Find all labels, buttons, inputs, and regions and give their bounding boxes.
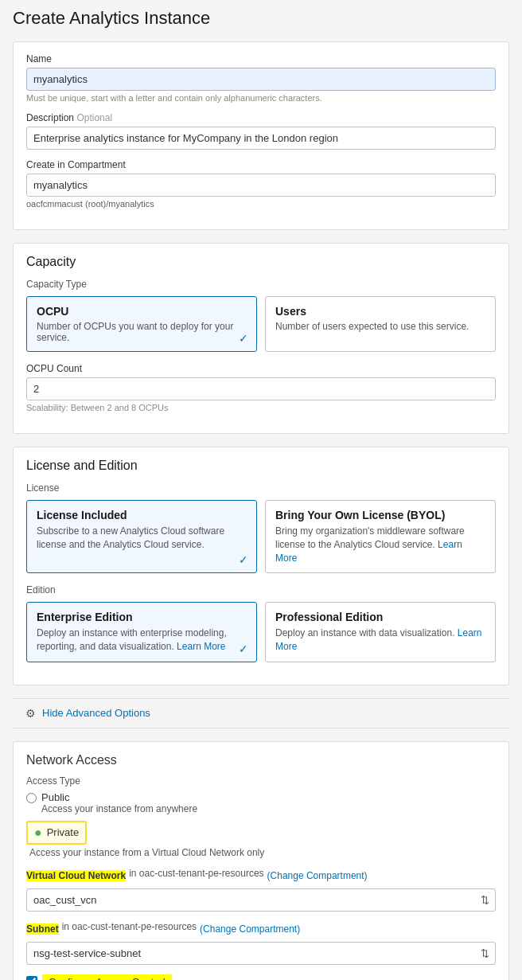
enterprise-checkmark: ✓ — [239, 642, 248, 655]
ocpu-count-group: OCPU Count Scalability: Between 2 and 8 … — [26, 363, 496, 412]
scalability-hint: Scalability: Between 2 and 8 OCPUs — [26, 403, 496, 412]
name-input[interactable] — [26, 68, 496, 91]
capacity-title: Capacity — [26, 255, 496, 269]
enterprise-learn-more[interactable]: Learn More — [177, 641, 225, 652]
license-included-option[interactable]: License Included Subscribe to a new Anal… — [26, 500, 257, 573]
ocpu-count-label: OCPU Count — [26, 363, 496, 374]
gear-icon: ⚙ — [25, 707, 36, 720]
license-included-title: License Included — [37, 509, 247, 521]
subnet-change-compartment[interactable]: (Change Compartment) — [200, 923, 300, 935]
ocpu-count-input[interactable] — [26, 377, 496, 400]
description-input[interactable] — [26, 127, 496, 150]
public-radio[interactable] — [26, 793, 37, 803]
advanced-options-bar[interactable]: ⚙ Hide Advanced Options — [13, 698, 509, 728]
vcn-label: Virtual Cloud Network — [26, 870, 126, 881]
compartment-field-group: Create in Compartment oacfcmmacust (root… — [26, 159, 496, 209]
byol-title: Bring Your Own License (BYOL) — [275, 509, 485, 521]
edition-grid: Enterprise Edition Deploy an instance wi… — [26, 602, 496, 662]
ocpu-checkmark: ✓ — [239, 332, 248, 345]
capacity-type-grid: OCPU Number of OCPUs you want to deploy … — [26, 296, 496, 352]
name-section: Name Must be unique, start with a letter… — [13, 41, 509, 230]
professional-edition-title: Professional Edition — [275, 611, 485, 623]
compartment-input[interactable] — [26, 174, 496, 197]
license-included-checkmark: ✓ — [239, 553, 248, 566]
capacity-type-label: Capacity Type — [26, 279, 496, 290]
description-label: Description Optional — [26, 112, 496, 123]
hide-advanced-link[interactable]: Hide Advanced Options — [42, 707, 150, 719]
vcn-label-row: Virtual Cloud Network in oac-cust-tenant… — [26, 868, 496, 884]
vcn-compartment-info: in oac-cust-tenant-pe-resources — [129, 868, 263, 879]
public-radio-content: Public Access your instance from anywher… — [41, 791, 197, 814]
enterprise-edition-title: Enterprise Edition — [37, 611, 247, 623]
subnet-label-row: Subnet in oac-cust-tenant-pe-resources (… — [26, 921, 496, 937]
private-label: Private — [47, 826, 79, 838]
vcn-select-wrapper: oac_cust_vcn — [26, 888, 496, 912]
license-title: License and Edition — [26, 459, 496, 473]
network-access-section: Network Access Access Type Public Access… — [13, 741, 509, 980]
public-radio-desc: Access your instance from anywhere — [41, 803, 197, 814]
configure-access-checkbox[interactable] — [26, 976, 37, 980]
page-title: Create Analytics Instance — [13, 8, 509, 29]
configure-access-row: Configure Access Control — [26, 974, 496, 980]
name-label: Name — [26, 53, 496, 64]
name-hint: Must be unique, start with a letter and … — [26, 93, 496, 103]
access-type-label: Access Type — [26, 775, 496, 787]
ocpu-option-desc: Number of OCPUs you want to deploy for y… — [37, 321, 247, 343]
subnet-select[interactable]: nsg-test-service-subnet — [26, 942, 496, 965]
description-field-group: Description Optional — [26, 112, 496, 150]
users-option-desc: Number of users expected to use this ser… — [275, 321, 485, 332]
license-label: License — [26, 482, 496, 494]
vcn-select[interactable]: oac_cust_vcn — [26, 888, 496, 912]
capacity-section: Capacity Capacity Type OCPU Number of OC… — [13, 243, 509, 434]
license-included-desc: Subscribe to a new Analytics Cloud softw… — [37, 525, 247, 552]
byol-option[interactable]: Bring Your Own License (BYOL) Bring my o… — [265, 500, 496, 573]
enterprise-edition-option[interactable]: Enterprise Edition Deploy an instance wi… — [26, 602, 257, 662]
users-option[interactable]: Users Number of users expected to use th… — [265, 296, 496, 352]
license-grid: License Included Subscribe to a new Anal… — [26, 500, 496, 573]
edition-label: Edition — [26, 584, 496, 595]
name-field-group: Name Must be unique, start with a letter… — [26, 53, 496, 103]
configure-access-label: Configure Access Control — [42, 974, 172, 980]
compartment-path: oacfcmmacust (root)/myanalytics — [26, 199, 496, 209]
compartment-label: Create in Compartment — [26, 159, 496, 170]
enterprise-edition-desc: Deploy an instance with enterprise model… — [37, 627, 247, 654]
network-title: Network Access — [26, 753, 496, 767]
users-option-title: Users — [275, 305, 485, 318]
ocpu-option[interactable]: OCPU Number of OCPUs you want to deploy … — [26, 296, 257, 352]
private-radio-desc: Access your instance from a Virtual Clou… — [29, 847, 496, 858]
subnet-label: Subnet — [26, 923, 59, 935]
optional-label: Optional — [76, 112, 112, 123]
professional-edition-desc: Deploy an instance with data visualizati… — [275, 627, 485, 654]
public-radio-title: Public — [41, 791, 197, 803]
subnet-compartment-info: in oac-cust-tenant-pe-resources — [62, 921, 197, 932]
professional-edition-option[interactable]: Professional Edition Deploy an instance … — [265, 602, 496, 662]
private-radio-icon: ● — [34, 826, 42, 840]
subnet-select-wrapper: nsg-test-service-subnet — [26, 942, 496, 965]
license-section: License and Edition License License Incl… — [13, 447, 509, 685]
vcn-change-compartment[interactable]: (Change Compartment) — [267, 870, 368, 881]
ocpu-option-title: OCPU — [37, 305, 247, 318]
byol-desc: Bring my organization's middleware softw… — [275, 525, 485, 564]
public-radio-option[interactable]: Public Access your instance from anywher… — [26, 791, 496, 814]
